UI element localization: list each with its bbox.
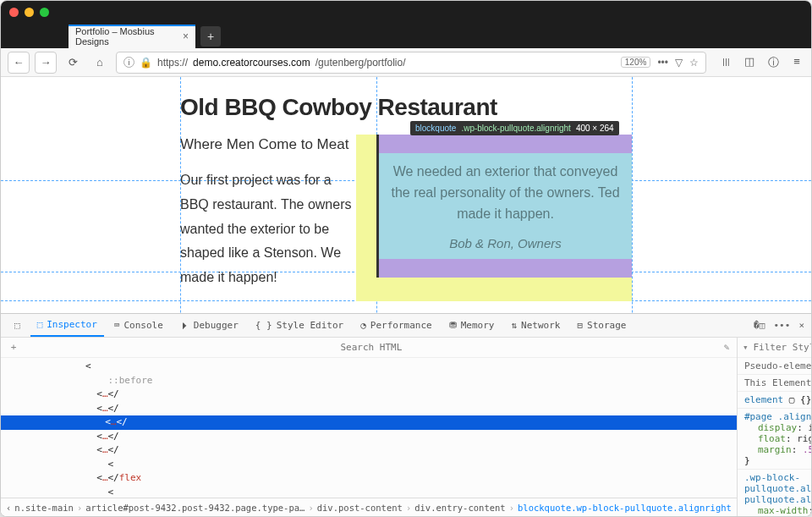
library-icon[interactable]: ⫼ [718,55,733,70]
breadcrumb-sep: › [406,503,411,513]
devtools-inspect-picker[interactable]: ⬚ [8,315,27,336]
new-node-button[interactable]: + [1,342,26,353]
zoom-window-button[interactable] [40,8,49,17]
devtools-panel: ⬚ ⬚Inspector ⌨Console ⏵Debugger { }Style… [1,313,811,516]
tooltip-classes: .wp-block-pullquote.alignright [461,124,571,133]
breadcrumb-sep: › [77,503,82,513]
tab-inspector[interactable]: ⬚Inspector [30,314,104,337]
breadcrumb-item[interactable]: div.post-content [317,503,403,513]
reader-icon[interactable]: ▽ [675,57,683,69]
filter-icon: ▾ [743,342,749,353]
box-model-padding: We needed an exterior that conveyed the … [379,135,632,278]
breadcrumb-sep: › [509,503,514,513]
dom-node[interactable]: <…</ [85,430,737,444]
dom-tree[interactable]: < ::before <…</ <…</ <…</ <…</ <…</ < <…… [1,358,737,498]
tab-console[interactable]: ⌨Console [107,315,170,336]
devtools-dock-icon[interactable]: �ً◫ [754,320,765,331]
pullquote-highlight: We needed an exterior that conveyed the … [356,135,632,301]
url-path: /gutenberg/portfolio/ [315,57,406,69]
menu-icon[interactable]: ≡ [789,55,804,70]
devtools-more-icon[interactable]: ••• [774,320,791,331]
nav-toolbar: ← → ⟳ ⌂ i 🔒 https://demo.creatorcourses.… [1,48,811,77]
bookmark-icon[interactable]: ☆ [689,57,699,69]
breadcrumb-item[interactable]: n.site-main [14,503,74,513]
tab-memory[interactable]: ⛃Memory [442,315,502,336]
breadcrumb-item[interactable]: article#post-9432.post-9432.page.type-pa… [85,503,304,513]
breadcrumb[interactable]: ‹ n.site-main›article#post-9432.post-943… [1,498,737,516]
devtools-markup-panel: + ✎ < ::before <…</ <…</ <…</ <…</ <…</ … [1,338,738,516]
dom-node[interactable]: <…</ [1,415,737,430]
css-rule[interactable]: inlineelement ▢ {} [738,392,811,409]
tab-strip: Portfolio – Mosbius Designs × + [1,23,811,48]
element-tooltip: blockquote.wp-block-pullquote.alignright… [410,121,619,135]
styles-toolbar: ▾ + ⧉ .cls [738,338,811,358]
reload-button[interactable]: ⟳ [62,52,84,74]
this-element-header: This Element [744,377,811,388]
css-rules[interactable]: Pseudo-elements This Element inlineeleme… [738,358,811,516]
close-tab-icon[interactable]: × [183,30,189,42]
home-button[interactable]: ⌂ [89,52,111,74]
pullquote-text: We needed an exterior that conveyed the … [382,162,628,224]
search-html-input[interactable] [26,342,716,353]
breadcrumb-sep: › [308,503,313,513]
dom-node[interactable]: < [85,458,737,472]
zoom-indicator[interactable]: 120% [621,57,651,68]
lock-icon: 🔒 [140,57,152,69]
minimize-window-button[interactable] [25,8,34,17]
devtools-rules-panel: ▾ + ⧉ .cls Pseudo-elements This Element … [738,338,811,516]
tab-performance[interactable]: ◔Performance [354,315,438,336]
browser-tab[interactable]: Portfolio – Mosbius Designs × [69,25,195,48]
url-host: demo.creatorcourses.com [193,57,310,69]
dom-node[interactable]: <…</ [85,388,737,402]
pseudo-elements-header: Pseudo-elements [744,360,811,371]
tooltip-tag: blockquote [415,124,456,133]
page-title: Old BBQ Cowboy Restaurant [180,94,777,121]
breadcrumb-prev-icon[interactable]: ‹ [6,503,11,513]
new-tab-button[interactable]: + [200,26,221,47]
box-model-border: We needed an exterior that conveyed the … [376,135,632,278]
css-rule[interactable]: style.css:2301#page .alignright {display… [738,409,811,470]
devtools-tabs: ⬚ ⬚Inspector ⌨Console ⏵Debugger { }Style… [1,314,811,338]
tab-title: Portfolio – Mosbius Designs [75,26,183,47]
back-button[interactable]: ← [8,52,30,74]
filter-styles-input[interactable] [754,342,812,353]
toolbar-right: ⫼ ◫ ⓘ ≡ [711,55,804,70]
dom-node[interactable]: ::before [85,374,737,388]
url-prefix: https:// [157,57,188,69]
url-bar[interactable]: i 🔒 https://demo.creatorcourses.com/gute… [116,52,706,74]
site-info-icon[interactable]: i [123,57,134,68]
dom-node[interactable]: <…</flex [85,471,737,486]
window-controls [9,8,49,17]
breadcrumb-item[interactable]: blockquote.wp-block-pullquote.alignright [518,503,732,513]
titlebar [1,1,811,23]
dom-node[interactable]: < [85,360,737,374]
dom-node[interactable]: <…</ [85,402,737,416]
pullquote-cite: Bob & Ron, Owners [382,236,628,250]
info-icon[interactable]: ⓘ [765,55,781,70]
box-model-content: We needed an exterior that conveyed the … [379,153,632,259]
dom-node[interactable]: <…</ [85,443,737,458]
sidebar-icon[interactable]: ◫ [742,55,757,70]
tab-network[interactable]: ⇅Network [504,315,567,336]
tooltip-dims: 400 × 264 [576,124,614,133]
devtools-search-bar: + ✎ [1,338,737,358]
breadcrumb-item[interactable]: div.entry-content [414,503,505,513]
tab-storage[interactable]: ⊟Storage [570,315,633,336]
body-paragraph: Our first project was for a BBQ restaura… [180,168,358,290]
close-window-button[interactable] [9,8,19,17]
forward-button[interactable]: → [35,52,57,74]
box-model-margin: We needed an exterior that conveyed the … [356,135,632,301]
browser-window: Portfolio – Mosbius Designs × + ← → ⟳ ⌂ … [0,0,812,517]
devtools-close-icon[interactable]: × [798,320,804,331]
devtools-body: + ✎ < ::before <…</ <…</ <…</ <…</ <…</ … [1,338,811,516]
css-rule[interactable]: style.css:1.wp-block-pullquote.alignleft… [738,470,811,516]
dom-node[interactable]: < [85,486,737,498]
page-content: Old BBQ Cowboy Restaurant Where Men Come… [1,77,811,516]
edit-html-button[interactable]: ✎ [716,342,737,353]
more-icon[interactable]: ••• [657,57,668,69]
tab-style-editor[interactable]: { }Style Editor [249,315,350,336]
tab-debugger[interactable]: ⏵Debugger [173,315,245,336]
